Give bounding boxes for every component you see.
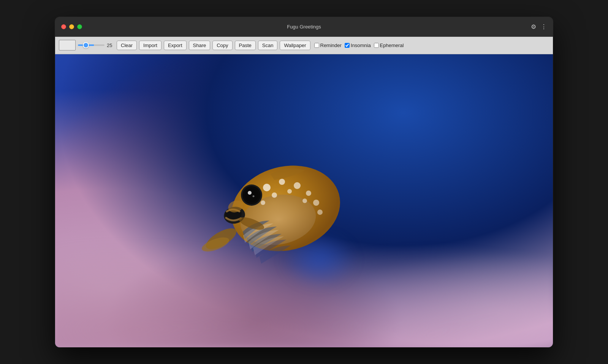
svg-point-14: [317, 210, 323, 215]
maximize-button[interactable]: [77, 24, 82, 29]
svg-point-20: [248, 191, 252, 195]
insomnia-label: Insomnia: [351, 43, 371, 48]
svg-point-13: [261, 200, 265, 205]
scan-button[interactable]: Scan: [258, 41, 278, 50]
close-button[interactable]: [61, 24, 66, 29]
export-button[interactable]: Export: [164, 41, 187, 50]
svg-point-9: [272, 192, 277, 198]
svg-point-10: [287, 189, 292, 194]
reminder-checkbox[interactable]: [314, 43, 319, 48]
share-button[interactable]: Share: [189, 41, 211, 50]
insomnia-checkbox[interactable]: [345, 43, 350, 48]
menu-icon[interactable]: ⋮: [541, 23, 547, 30]
extensions-icon[interactable]: ⚙: [531, 23, 536, 30]
window-title: Fugu Greetings: [287, 24, 321, 30]
svg-point-12: [302, 199, 307, 203]
size-slider[interactable]: [78, 44, 104, 46]
wallpaper-button[interactable]: Wallpaper: [280, 41, 310, 50]
reminder-label: Reminder: [320, 43, 342, 48]
ephemeral-checkbox-label[interactable]: Ephemeral: [374, 43, 404, 48]
minimize-button[interactable]: [69, 24, 74, 29]
color-swatch[interactable]: [59, 40, 76, 50]
reminder-checkbox-label[interactable]: Reminder: [314, 43, 342, 48]
svg-point-5: [279, 179, 285, 185]
svg-point-21: [253, 195, 255, 197]
fish-canvas: [55, 54, 553, 347]
svg-point-8: [313, 200, 319, 206]
svg-point-6: [294, 182, 301, 189]
slider-value: 25: [107, 43, 114, 48]
paste-button[interactable]: Paste: [235, 41, 256, 50]
slider-container: 25: [78, 43, 114, 48]
import-button[interactable]: Import: [139, 41, 162, 50]
titlebar-actions: ⚙ ⋮: [531, 23, 547, 30]
titlebar: Fugu Greetings ⚙ ⋮: [55, 17, 553, 37]
copy-button[interactable]: Copy: [212, 41, 232, 50]
ephemeral-checkbox[interactable]: [374, 43, 379, 48]
insomnia-checkbox-label[interactable]: Insomnia: [345, 43, 371, 48]
checkbox-group: Reminder Insomnia Ephemeral: [314, 43, 404, 48]
content-area[interactable]: [55, 54, 553, 347]
ephemeral-label: Ephemeral: [380, 43, 404, 48]
clear-button[interactable]: Clear: [117, 41, 137, 50]
app-window: Fugu Greetings ⚙ ⋮ 25 Clear Import Expor…: [55, 17, 553, 347]
svg-point-4: [263, 184, 271, 191]
fish-illustration: [176, 121, 373, 280]
svg-point-19: [245, 188, 258, 202]
traffic-lights: [61, 24, 82, 29]
svg-point-7: [306, 191, 311, 196]
toolbar: 25 Clear Import Export Share Copy Paste …: [55, 37, 553, 54]
